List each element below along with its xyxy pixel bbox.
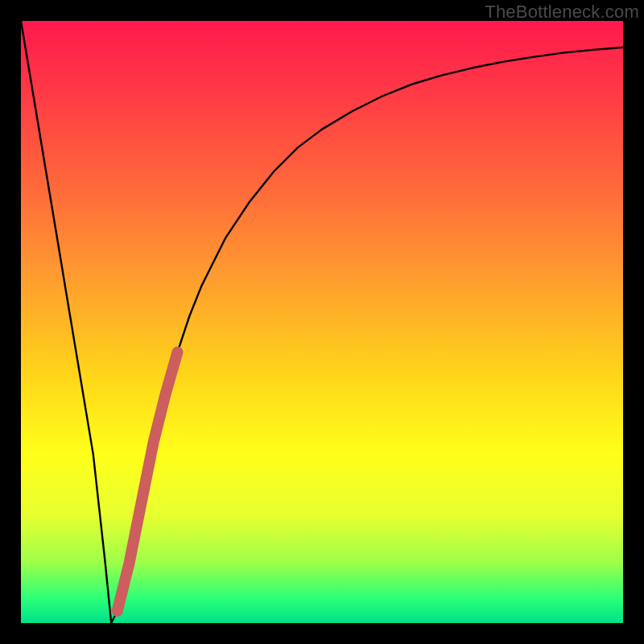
curve-svg [21, 21, 623, 623]
plot-area [21, 21, 623, 623]
bottleneck-curve [21, 21, 623, 623]
chart-frame: TheBottleneck.com [0, 0, 644, 644]
watermark-text: TheBottleneck.com [485, 2, 639, 23]
highlight-band [118, 352, 178, 611]
